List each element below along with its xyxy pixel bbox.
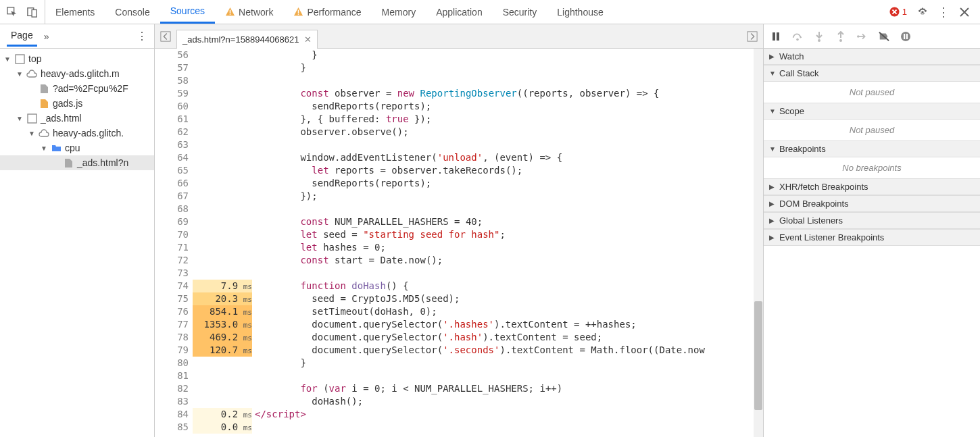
line-number[interactable]: 75	[155, 292, 189, 305]
tree-item[interactable]: ▼heavy-ads.glitch.m	[0, 66, 154, 81]
tree-toggle-icon[interactable]: ▼	[16, 115, 23, 122]
tab-network[interactable]: Network	[215, 0, 283, 24]
line-number[interactable]: 79	[155, 344, 189, 357]
line-number[interactable]: 80	[155, 357, 189, 369]
code-area[interactable]: } } const observer = new ReportingObserv…	[255, 49, 763, 437]
tab-lighthouse[interactable]: Lighthouse	[547, 0, 614, 24]
line-number[interactable]: 70	[155, 228, 189, 241]
code-line[interactable]: let seed = "starting seed for hash";	[255, 228, 763, 241]
tree-item[interactable]: ▼heavy-ads.glitch.	[0, 126, 154, 140]
accordion-header[interactable]: ▼Breakpoints	[764, 140, 980, 157]
line-number[interactable]: 73	[155, 267, 189, 280]
line-number[interactable]: 62	[155, 126, 189, 138]
line-number[interactable]: 61	[155, 113, 189, 126]
code-line[interactable]	[255, 203, 763, 215]
accordion-header[interactable]: ▶XHR/fetch Breakpoints	[764, 178, 980, 195]
line-number[interactable]: 58	[155, 74, 189, 87]
more-tabs-icon[interactable]: »	[44, 31, 49, 42]
inspect-element-icon[interactable]	[7, 7, 18, 18]
more-menu-icon[interactable]: ⋮	[938, 7, 949, 18]
code-line[interactable]: const start = Date.now();	[255, 254, 763, 267]
deactivate-breakpoints-icon[interactable]	[879, 31, 889, 42]
tab-performance[interactable]: Performance	[283, 0, 371, 24]
code-line[interactable]	[255, 369, 763, 382]
line-number[interactable]: 71	[155, 241, 189, 254]
accordion-header[interactable]: ▶DOM Breakpoints	[764, 195, 980, 212]
code-line[interactable]: sendReports(reports);	[255, 100, 763, 113]
line-number[interactable]: 74	[155, 280, 189, 292]
device-toggle-icon[interactable]	[27, 7, 38, 18]
code-line[interactable]	[255, 267, 763, 280]
tree-item[interactable]: ▼top	[0, 51, 154, 66]
tab-sources[interactable]: Sources	[160, 0, 215, 24]
line-number[interactable]: 68	[155, 203, 189, 215]
code-line[interactable]: function doHash() {	[255, 280, 763, 292]
code-line[interactable]: });	[255, 190, 763, 203]
line-number[interactable]: 59	[155, 87, 189, 100]
code-line[interactable]: doHash();	[255, 395, 763, 408]
code-line[interactable]: let hashes = 0;	[255, 241, 763, 254]
accordion-header[interactable]: ▶Watch	[764, 49, 980, 65]
pause-on-exceptions-icon[interactable]	[900, 31, 911, 42]
tree-item[interactable]: ▼cpu	[0, 140, 154, 155]
line-number[interactable]: 81	[155, 369, 189, 382]
line-number[interactable]: 85	[155, 421, 189, 434]
vertical-scrollbar[interactable]	[754, 49, 763, 437]
close-devtools-icon[interactable]	[959, 7, 970, 18]
tree-item[interactable]: gads.js	[0, 96, 154, 111]
code-line[interactable]: let reports = observer.takeRecords();	[255, 164, 763, 177]
code-line[interactable]: const observer = new ReportingObserver((…	[255, 87, 763, 100]
close-tab-icon[interactable]: ✕	[304, 34, 312, 45]
code-line[interactable]: sendReports(reports);	[255, 177, 763, 190]
pause-icon[interactable]	[770, 31, 781, 42]
tab-console[interactable]: Console	[105, 0, 160, 24]
accordion-header[interactable]: ▶Global Listeners	[764, 212, 980, 229]
tree-toggle-icon[interactable]: ▼	[28, 130, 35, 137]
tree-toggle-icon[interactable]: ▼	[41, 145, 47, 152]
code-line[interactable]: }, { buffered: true });	[255, 113, 763, 126]
line-number[interactable]: 83	[155, 395, 189, 408]
tab-security[interactable]: Security	[493, 0, 547, 24]
line-number[interactable]: 72	[155, 254, 189, 267]
page-tab[interactable]: Page	[7, 26, 37, 47]
line-number[interactable]: 78	[155, 331, 189, 344]
code-line[interactable]: setTimeout(doHash, 0);	[255, 305, 763, 318]
tree-item[interactable]: ?ad=%2Fcpu%2F	[0, 81, 154, 96]
tree-toggle-icon[interactable]: ▼	[16, 70, 23, 78]
accordion-header[interactable]: ▼Call Stack	[764, 65, 980, 82]
code-line[interactable]: </script>	[255, 408, 763, 421]
step-icon[interactable]	[857, 31, 868, 42]
settings-icon[interactable]	[917, 7, 928, 18]
code-editor[interactable]: 5657585960616263646566676869707172737475…	[155, 49, 763, 437]
accordion-header[interactable]: ▼Scope	[764, 103, 980, 120]
line-number[interactable]: 77	[155, 318, 189, 331]
tree-item[interactable]: _ads.html?n	[0, 155, 154, 170]
code-line[interactable]: document.querySelector('.hashes').textCo…	[255, 318, 763, 331]
accordion-header[interactable]: ▶Event Listener Breakpoints	[764, 229, 980, 246]
nav-back-icon[interactable]	[160, 31, 171, 42]
tree-toggle-icon[interactable]: ▼	[4, 55, 11, 63]
line-number[interactable]: 64	[155, 151, 189, 164]
code-line[interactable]: for (var i = 0; i < NUM_PARALLEL_HASHERS…	[255, 382, 763, 395]
navigator-more-icon[interactable]: ⋮	[137, 30, 147, 43]
code-line[interactable]: document.querySelector('.hash').textCont…	[255, 331, 763, 344]
code-line[interactable]	[255, 74, 763, 87]
tree-item[interactable]: ▼_ads.html	[0, 111, 154, 126]
code-line[interactable]	[255, 138, 763, 151]
line-number[interactable]: 82	[155, 382, 189, 395]
tab-application[interactable]: Application	[426, 0, 493, 24]
code-line[interactable]: }	[255, 357, 763, 369]
line-number[interactable]: 66	[155, 177, 189, 190]
step-out-icon[interactable]	[835, 31, 846, 42]
code-line[interactable]: observer.observe();	[255, 126, 763, 138]
nav-forward-icon[interactable]	[747, 31, 758, 42]
code-line[interactable]: }	[255, 61, 763, 74]
line-number[interactable]: 60	[155, 100, 189, 113]
code-line[interactable]: window.addEventListener('unload', (event…	[255, 151, 763, 164]
line-number[interactable]: 56	[155, 49, 189, 61]
line-number[interactable]: 63	[155, 138, 189, 151]
step-into-icon[interactable]	[814, 31, 825, 42]
code-line[interactable]	[255, 421, 763, 434]
code-line[interactable]: const NUM_PARALLEL_HASHERS = 40;	[255, 215, 763, 228]
code-line[interactable]: }	[255, 49, 763, 61]
